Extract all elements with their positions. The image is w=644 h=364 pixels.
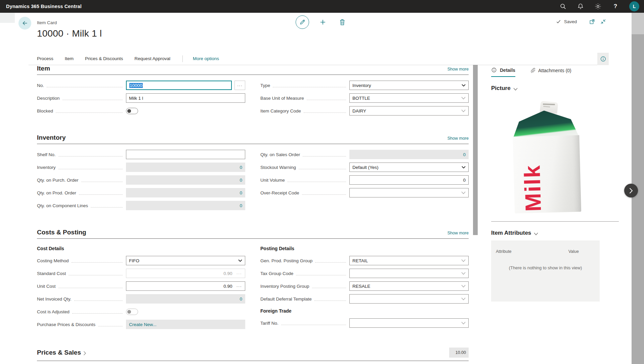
attribute-column-header: Attribute: [496, 249, 512, 254]
unit-cost-assist-edit[interactable]: ···: [237, 284, 242, 289]
qty-prod-value-field: 0: [126, 188, 245, 197]
field-tariff-no: Tariff No.: [260, 317, 469, 329]
dot-leader: [72, 313, 123, 314]
section-item-header: Item Show more: [37, 65, 469, 75]
inventory-value-field: 0: [126, 163, 245, 172]
search-icon[interactable]: [559, 3, 567, 10]
chevron-down-icon: [461, 109, 466, 112]
section-inventory-show-more[interactable]: Show more: [447, 136, 469, 141]
section-costs-show-more[interactable]: Show more: [447, 231, 469, 236]
net-invoiced-drilldown-value[interactable]: 0: [240, 297, 242, 302]
standard-cost-assist-edit[interactable]: ···: [237, 271, 242, 276]
notifications-bell-icon[interactable]: [577, 3, 584, 10]
dot-leader: [62, 100, 123, 100]
menu-prices-discounts[interactable]: Prices & Discounts: [85, 56, 123, 61]
factbox-info-toggle-button[interactable]: [597, 53, 609, 65]
help-icon[interactable]: ?: [612, 3, 619, 10]
field-purchase-prices-discounts: Purchase Prices & Discounts Create New..…: [37, 318, 245, 331]
section-prices-sales-collapsed[interactable]: Prices & Sales 10.00: [37, 348, 469, 361]
costing-method-value: FIFO: [129, 258, 139, 263]
top-navigation-bar: Dynamics 365 Business Central ? L: [0, 0, 644, 13]
field-unit-volume: Unit Volume: [260, 174, 469, 186]
qty-comp-drilldown-value[interactable]: 0: [240, 203, 242, 208]
chevron-down-icon: [461, 285, 466, 288]
vertical-scrollbar-thumb[interactable]: [473, 65, 478, 235]
no-input[interactable]: 10000: [126, 81, 232, 90]
qty-prod-drilldown-value[interactable]: 0: [240, 190, 242, 195]
qty-sales-value-field: 0: [349, 150, 469, 159]
menu-divider: [182, 55, 183, 62]
item-category-code-lookup[interactable]: DAIRY: [349, 106, 469, 116]
foreign-trade-subheading: Foreign Trade: [260, 305, 469, 317]
field-inventory-qty: Inventory 0: [37, 161, 245, 174]
menu-more-options[interactable]: More options: [193, 56, 219, 61]
menu-item[interactable]: Item: [65, 56, 74, 61]
item-picture[interactable]: Milk: [491, 100, 602, 216]
menu-request-approval[interactable]: Request Approval: [134, 56, 170, 61]
create-new-link[interactable]: Create New...: [129, 322, 157, 327]
back-button[interactable]: [18, 17, 31, 30]
picture-title: Picture: [491, 85, 511, 92]
inventory-right-column: Qty. on Sales Order 0 Stockout Warning D…: [260, 148, 469, 212]
tax-group-code-lookup[interactable]: [349, 269, 469, 278]
expand-pane-chevron-button[interactable]: [624, 184, 638, 197]
default-deferral-template-lookup[interactable]: [349, 294, 469, 304]
inventory-posting-group-lookup[interactable]: RESALE: [349, 281, 469, 291]
item-attributes-section-header[interactable]: Item Attributes: [491, 230, 619, 236]
cost-is-adjusted-toggle[interactable]: [126, 309, 138, 315]
blocked-toggle[interactable]: [126, 108, 138, 114]
qty-purch-label: Qty. on Purch. Order: [37, 178, 79, 183]
standard-cost-value: 0.90: [223, 271, 232, 276]
shelf-no-input[interactable]: [126, 150, 245, 159]
dot-leader: [79, 194, 123, 195]
new-plus-button[interactable]: [317, 16, 329, 28]
inventory-drilldown-value[interactable]: 0: [240, 165, 242, 170]
tariff-label: Tariff No.: [260, 321, 278, 326]
collapse-window-icon[interactable]: [600, 19, 606, 25]
user-avatar[interactable]: L: [629, 1, 639, 11]
field-type: Type Inventory: [260, 79, 469, 92]
qty-comp-value-field: 0: [126, 201, 245, 210]
record-actions: [296, 15, 348, 29]
qty-sales-drilldown-value[interactable]: 0: [463, 152, 466, 157]
costing-method-label: Costing Method: [37, 258, 69, 263]
qty-purch-drilldown-value[interactable]: 0: [240, 178, 242, 183]
section-item-show-more[interactable]: Show more: [447, 67, 469, 72]
unit-cost-field[interactable]: 0.90···: [126, 281, 245, 291]
tax-group-label: Tax Group Code: [260, 271, 293, 276]
toggle-knob: [127, 109, 131, 113]
page-title: 10000 · Milk 1 l: [37, 28, 102, 39]
picture-section-header[interactable]: Picture: [491, 85, 619, 92]
carton-date-stamp: [543, 103, 555, 105]
tab-attachments[interactable]: Attachments (0): [530, 67, 571, 77]
prices-sales-summary-value[interactable]: 10.00: [449, 348, 469, 358]
type-select[interactable]: Inventory: [349, 81, 469, 90]
field-cost-is-adjusted: Cost is Adjusted: [37, 305, 245, 318]
carton-gable-top: [512, 109, 579, 139]
menu-process[interactable]: Process: [37, 56, 53, 61]
no-assist-edit-button[interactable]: ···: [234, 81, 245, 90]
stockout-warning-select[interactable]: Default (Yes): [349, 163, 469, 172]
posting-details-subheading: Posting Details: [260, 243, 469, 254]
inv-posting-label: Inventory Posting Group: [260, 284, 309, 289]
over-receipt-code-lookup[interactable]: [349, 188, 469, 197]
saved-label: Saved: [564, 19, 577, 24]
field-no: No. 10000 ···: [37, 79, 245, 92]
costing-method-select[interactable]: FIFO: [126, 256, 245, 265]
empty-view-message: (There is nothing to show in this view): [491, 265, 600, 270]
edit-pencil-button[interactable]: [296, 15, 309, 29]
dot-leader: [302, 194, 346, 195]
base-unit-of-measure-lookup[interactable]: BOTTLE: [349, 93, 469, 103]
gen-prod-posting-group-lookup[interactable]: RETAIL: [349, 256, 469, 265]
settings-gear-icon[interactable]: [594, 3, 602, 10]
unit-volume-input[interactable]: [349, 175, 469, 185]
inventory-left-column: Shelf No. Inventory 0 Qty. on Purch. Ord…: [37, 148, 245, 212]
tab-details[interactable]: Details: [491, 67, 515, 77]
buom-label: Base Unit of Measure: [260, 96, 304, 101]
delete-trash-button[interactable]: [337, 16, 348, 28]
description-input[interactable]: [126, 93, 245, 103]
tariff-no-lookup[interactable]: [349, 318, 469, 328]
over-receipt-label: Over-Receipt Code: [260, 190, 299, 195]
description-label: Description: [37, 96, 60, 101]
open-in-new-window-icon[interactable]: [589, 19, 595, 25]
